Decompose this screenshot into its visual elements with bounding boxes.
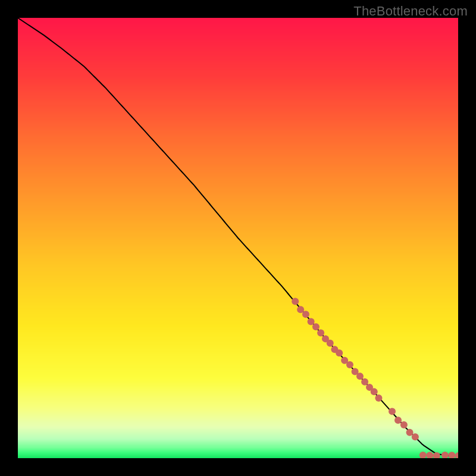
data-dot <box>336 349 343 356</box>
data-dot <box>317 330 324 337</box>
plot-area <box>18 18 458 458</box>
watermark-text: TheBottleneck.com <box>353 4 468 19</box>
data-dot <box>375 394 382 402</box>
data-dot <box>312 323 320 330</box>
data-dot <box>394 416 402 424</box>
data-dot <box>400 421 408 428</box>
data-dot <box>389 408 396 415</box>
data-dot <box>448 452 455 458</box>
data-dot <box>292 298 299 305</box>
data-dot <box>346 361 353 368</box>
curve-svg <box>18 18 458 458</box>
data-dot <box>356 372 364 380</box>
data-dot <box>455 452 458 458</box>
data-dot <box>412 433 419 440</box>
data-dot <box>361 378 368 386</box>
data-dot <box>371 388 378 395</box>
curve-layer <box>18 18 458 458</box>
data-dot <box>406 429 414 436</box>
data-dot <box>426 452 433 458</box>
bottleneck-curve <box>18 18 458 456</box>
data-dot <box>308 318 315 325</box>
data-dot <box>419 452 427 458</box>
data-dot <box>327 340 334 347</box>
data-dot <box>302 311 309 318</box>
data-dot <box>441 452 449 458</box>
chart-frame: TheBottleneck.com <box>0 0 476 476</box>
